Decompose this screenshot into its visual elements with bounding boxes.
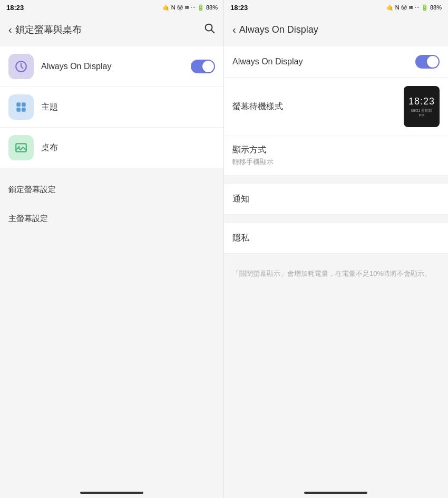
divider-2	[0, 199, 223, 203]
right-header-title: Always On Display	[239, 24, 318, 35]
signal-icons: N ⓦ ≋ ᐧᐧᐧ 🔋 88%	[171, 4, 218, 12]
screen-style-label: 螢幕待機樣式	[232, 101, 283, 112]
display-mode-subtitle: 輕移手機顯示	[232, 157, 440, 167]
right-signal-icons: N ⓦ ≋ ᐧᐧᐧ 🔋 88%	[395, 4, 442, 12]
aod-icon	[8, 54, 34, 79]
preview-time: 18:23	[408, 96, 435, 107]
left-status-icons: 🤙 N ⓦ ≋ ᐧᐧᐧ 🔋 88%	[162, 4, 218, 12]
divider-1	[0, 170, 223, 174]
search-button[interactable]	[203, 22, 215, 37]
display-mode-item[interactable]: 顯示方式 輕移手機顯示	[224, 136, 448, 176]
left-header-title: 鎖定螢幕與桌布	[15, 23, 82, 36]
aod-menu-item[interactable]: Always On Display	[0, 46, 223, 87]
lock-screen-settings[interactable]: 鎖定螢幕設定	[0, 174, 223, 199]
status-bar-left: 18:23 🤙 N ⓦ ≋ ᐧᐧᐧ 🔋 88%	[0, 0, 224, 15]
left-home-indicator	[80, 492, 143, 494]
svg-line-1	[211, 30, 214, 33]
svg-rect-3	[16, 102, 21, 107]
svg-rect-6	[22, 108, 26, 112]
preview-date: 08/31 星期四PM	[411, 108, 432, 117]
aod-label: Always On Display	[41, 62, 191, 71]
right-gesture-icon: 🤙	[386, 4, 394, 11]
svg-rect-4	[22, 102, 26, 107]
left-status-time: 18:23	[6, 4, 24, 12]
right-status-icons: 🤙 N ⓦ ≋ ᐧᐧᐧ 🔋 88%	[386, 4, 442, 12]
right-back-button[interactable]: ‹ Always On Display	[232, 24, 318, 36]
wallpaper-label: 桌布	[41, 142, 215, 154]
aod-right-toggle[interactable]	[415, 55, 440, 69]
home-screen-settings[interactable]: 主螢幕設定	[0, 203, 223, 228]
right-home-indicator	[304, 492, 367, 494]
left-panel: ‹ 鎖定螢幕與桌布 Always On Display	[0, 0, 224, 498]
privacy-section: 隱私	[224, 223, 448, 254]
svg-rect-5	[16, 108, 21, 112]
aod-toggle-row[interactable]: Always On Display	[224, 46, 448, 78]
theme-icon	[8, 94, 34, 120]
aod-setting-label: Always On Display	[232, 57, 303, 66]
right-back-arrow-icon: ‹	[232, 24, 236, 36]
display-mode-title: 顯示方式	[232, 145, 440, 156]
back-button[interactable]: ‹ 鎖定螢幕與桌布	[8, 23, 82, 36]
gesture-icon: 🤙	[162, 4, 170, 11]
back-arrow-icon: ‹	[8, 24, 12, 36]
screen-preview: 18:23 08/31 星期四PM	[404, 86, 440, 127]
right-divider-3	[224, 256, 448, 260]
right-header: ‹ Always On Display	[224, 15, 448, 44]
right-status-time: 18:23	[230, 4, 248, 12]
theme-menu-item[interactable]: 主題	[0, 87, 223, 128]
aod-toggle-section: Always On Display 螢幕待機樣式 18:23 08/31 星期四…	[224, 46, 448, 176]
privacy-item[interactable]: 隱私	[224, 223, 448, 254]
right-panel: ‹ Always On Display Always On Display 螢幕…	[224, 0, 448, 498]
notification-item[interactable]: 通知	[224, 184, 448, 215]
wallpaper-icon	[8, 135, 34, 160]
theme-label: 主題	[41, 102, 215, 113]
menu-section: Always On Display 主題	[0, 46, 223, 168]
status-bar-right: 18:23 🤙 N ⓦ ≋ ᐧᐧᐧ 🔋 88%	[224, 0, 448, 15]
left-header: ‹ 鎖定螢幕與桌布	[0, 15, 223, 44]
screen-style-item[interactable]: 螢幕待機樣式 18:23 08/31 星期四PM	[224, 78, 448, 136]
right-divider-2	[224, 217, 448, 221]
right-divider-1	[224, 178, 448, 182]
wallpaper-menu-item[interactable]: 桌布	[0, 128, 223, 168]
notification-section: 通知	[224, 184, 448, 215]
aod-toggle[interactable]	[191, 60, 215, 73]
note-text: 「關閉螢幕顯示」會增加耗電量，在電量不足10%時將不會顯示。	[224, 260, 448, 288]
svg-rect-7	[16, 143, 26, 151]
